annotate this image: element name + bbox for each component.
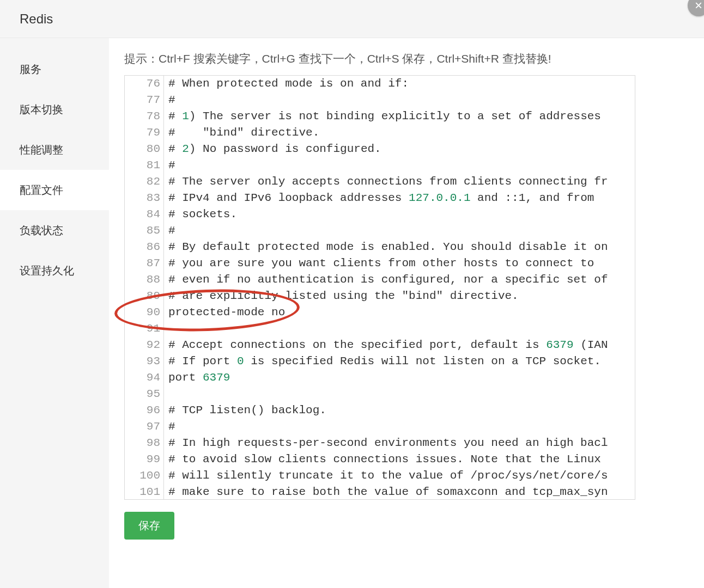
code-line[interactable]: protected-mode no: [168, 304, 608, 321]
gutter-line: 96: [128, 402, 160, 419]
gutter-line: 81: [128, 157, 160, 174]
sidebar-item-persistence[interactable]: 设置持久化: [0, 250, 109, 291]
sidebar-item-label: 版本切换: [20, 102, 63, 117]
sidebar-item-config[interactable]: 配置文件: [0, 170, 109, 210]
sidebar-item-load[interactable]: 负载状态: [0, 210, 109, 250]
gutter-line: 94: [128, 370, 160, 386]
sidebar: 服务 版本切换 性能调整 配置文件 负载状态 设置持久化: [0, 38, 109, 588]
code-line[interactable]: # When protected mode is on and if:: [168, 76, 608, 92]
line-gutter: 7677787980818283848586878889909192939495…: [125, 76, 164, 500]
gutter-line: 86: [128, 239, 160, 255]
code-line[interactable]: # 1) The server is not binding explicitl…: [168, 108, 608, 125]
gutter-line: 95: [128, 386, 160, 402]
code-line[interactable]: # By default protected mode is enabled. …: [168, 239, 608, 255]
code-line[interactable]: # even if no authentication is configure…: [168, 272, 608, 288]
gutter-line: 88: [128, 272, 160, 288]
code-line[interactable]: #: [168, 223, 608, 239]
code-line[interactable]: # In high requests-per-second environmen…: [168, 435, 608, 451]
gutter-line: 89: [128, 288, 160, 304]
code-line[interactable]: #: [168, 92, 608, 108]
code-line[interactable]: # 2) No password is configured.: [168, 141, 608, 157]
code-line[interactable]: [168, 321, 608, 337]
gutter-line: 97: [128, 419, 160, 435]
main: 提示：Ctrl+F 搜索关键字，Ctrl+G 查找下一个，Ctrl+S 保存，C…: [109, 38, 704, 588]
code-line[interactable]: # are explicitly listed using the "bind"…: [168, 288, 608, 304]
gutter-line: 92: [128, 337, 160, 353]
code-line[interactable]: # TCP listen() backlog.: [168, 402, 608, 419]
gutter-line: 82: [128, 174, 160, 190]
code-line[interactable]: [168, 386, 608, 402]
code-line[interactable]: # to avoid slow clients connections issu…: [168, 451, 608, 468]
code-content[interactable]: # When protected mode is on and if:## 1)…: [164, 76, 612, 500]
save-button[interactable]: 保存: [124, 512, 174, 540]
close-glyph: ×: [695, 0, 702, 13]
gutter-line: 99: [128, 451, 160, 468]
gutter-line: 90: [128, 304, 160, 321]
code-line[interactable]: # If port 0 is specified Redis will not …: [168, 353, 608, 370]
gutter-line: 85: [128, 223, 160, 239]
code-line[interactable]: #: [168, 157, 608, 174]
sidebar-item-service[interactable]: 服务: [0, 49, 109, 89]
container: 服务 版本切换 性能调整 配置文件 负载状态 设置持久化 提示：Ctrl+F 搜…: [0, 38, 704, 588]
sidebar-item-label: 设置持久化: [20, 264, 74, 278]
code-editor[interactable]: 7677787980818283848586878889909192939495…: [124, 75, 635, 500]
save-button-label: 保存: [138, 519, 160, 531]
gutter-line: 78: [128, 108, 160, 125]
gutter-line: 87: [128, 255, 160, 272]
code-line[interactable]: # "bind" directive.: [168, 125, 608, 141]
gutter-line: 101: [128, 484, 160, 500]
gutter-line: 77: [128, 92, 160, 108]
code-line[interactable]: # Accept connections on the specified po…: [168, 337, 608, 353]
sidebar-item-label: 负载状态: [20, 223, 63, 238]
code-line[interactable]: # IPv4 and IPv6 loopback addresses 127.0…: [168, 190, 608, 206]
sidebar-item-label: 性能调整: [20, 143, 63, 157]
sidebar-item-label: 配置文件: [20, 183, 63, 198]
sidebar-item-performance[interactable]: 性能调整: [0, 130, 109, 170]
code-line[interactable]: # The server only accepts connections fr…: [168, 174, 608, 190]
code-line[interactable]: # sockets.: [168, 206, 608, 223]
gutter-line: 100: [128, 468, 160, 484]
code-line[interactable]: port 6379: [168, 370, 608, 386]
header-title: Redis: [20, 11, 53, 27]
code-line[interactable]: # make sure to raise both the value of s…: [168, 484, 608, 500]
gutter-line: 76: [128, 76, 160, 92]
code-line[interactable]: #: [168, 419, 608, 435]
gutter-line: 93: [128, 353, 160, 370]
gutter-line: 98: [128, 435, 160, 451]
gutter-line: 80: [128, 141, 160, 157]
gutter-line: 79: [128, 125, 160, 141]
code-line[interactable]: # you are sure you want clients from oth…: [168, 255, 608, 272]
code-line[interactable]: # will silently truncate it to the value…: [168, 468, 608, 484]
hint-text: 提示：Ctrl+F 搜索关键字，Ctrl+G 查找下一个，Ctrl+S 保存，C…: [124, 51, 689, 66]
header: Redis: [0, 0, 704, 38]
sidebar-item-label: 服务: [20, 62, 41, 77]
sidebar-item-version[interactable]: 版本切换: [0, 89, 109, 130]
gutter-line: 83: [128, 190, 160, 206]
gutter-line: 84: [128, 206, 160, 223]
gutter-line: 91: [128, 321, 160, 337]
editor-inner: 7677787980818283848586878889909192939495…: [125, 76, 635, 500]
